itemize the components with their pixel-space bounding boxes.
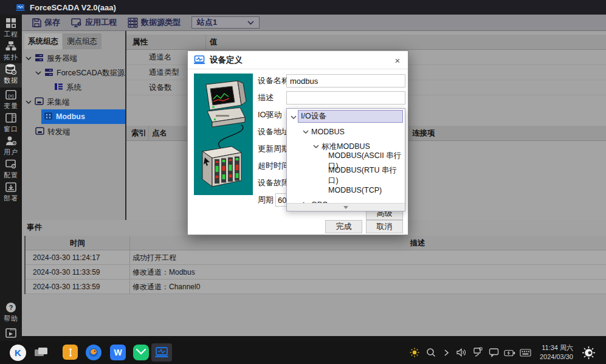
device-name-label: 设备名称 (258, 74, 289, 88)
tree-node-modbus[interactable]: Modbus (41, 109, 125, 124)
app-logo-icon (16, 4, 25, 12)
col-value-header: 值 (210, 37, 218, 47)
expand-icon[interactable] (444, 348, 449, 359)
site-select[interactable]: 站点1 (191, 16, 260, 29)
brightness-icon[interactable] (410, 348, 419, 360)
driver-node-modbus-rtu[interactable]: MODBUS(RTU 串行口) (287, 168, 405, 183)
rail-item-user[interactable]: 用户 (0, 135, 22, 158)
finish-button-label: 完成 (336, 221, 352, 232)
rail-label: 数据 (4, 76, 18, 85)
driver-root-selected[interactable]: I/O设备 (298, 110, 403, 123)
apply-project-button[interactable]: 应用工程 (67, 15, 120, 30)
tree-node-label: 采集端 (47, 97, 70, 108)
tree-node-forwarder[interactable]: 转发端 (35, 125, 71, 139)
toolbar: 保存 应用工程 数据源类型 站点1 (22, 15, 606, 31)
tree-node-system[interactable]: 系统 (54, 80, 81, 95)
server-icon (35, 53, 44, 64)
event-row[interactable]: 2024-03-30 11:33:59 修改通道：Channel0 (26, 280, 606, 294)
site-select-value: 站点1 (197, 17, 217, 28)
driver-node-modbus[interactable]: MODBUS (287, 125, 405, 139)
chevron-down-icon[interactable] (35, 71, 41, 75)
event-time: 2024-03-30 11:24:17 (33, 250, 100, 265)
device-dialog-icon (194, 55, 205, 64)
property-label: 设备数 (149, 83, 172, 93)
tree-node-server-side[interactable]: 服务器端 (26, 51, 77, 66)
rail-item-run[interactable] (0, 327, 22, 342)
chevron-down-icon[interactable] (303, 130, 309, 134)
collector-icon (35, 97, 44, 107)
event-desc: 修改通道：Modbus (133, 265, 195, 280)
event-row[interactable]: 2024-03-30 11:33:59 修改通道：Modbus (26, 265, 606, 280)
rail-item-project[interactable]: 工程 (0, 17, 22, 40)
taskbar-clock[interactable]: 11:34 周六 2024/03/30 (540, 343, 573, 362)
browser-icon[interactable] (86, 345, 102, 360)
device-name-input[interactable] (286, 74, 405, 88)
chevron-down-icon[interactable] (26, 100, 32, 104)
rail-item-deploy[interactable]: 部署 (0, 181, 22, 204)
files-icon[interactable] (34, 346, 49, 361)
window-icon (5, 112, 17, 124)
finish-button[interactable]: 完成 (325, 220, 362, 233)
col-attr-header: 属性 (133, 37, 148, 47)
tree-node-label: ForceSCADA数据源 (57, 68, 125, 78)
mail-icon[interactable] (133, 345, 149, 360)
rail-item-help[interactable]: ? 帮助 (0, 301, 22, 325)
driver-node-modbus-tcp[interactable]: MODBUS(TCP) (287, 183, 405, 197)
col-name-header: 点名 (152, 128, 167, 139)
chevron-down-icon[interactable] (313, 145, 319, 148)
rail-item-topology[interactable]: 拓扑 (0, 40, 22, 63)
column-divider[interactable] (205, 35, 206, 49)
tree-node-label: 转发端 (47, 127, 71, 137)
display-device-icon[interactable] (473, 347, 483, 360)
rail-item-data[interactable]: 数据 (0, 63, 22, 88)
rail-item-window[interactable]: 窗口 (0, 112, 22, 135)
properties-header-row: 属性 值 (126, 35, 606, 50)
driver-node-label: MODBUS (311, 128, 345, 136)
volume-icon[interactable] (456, 348, 467, 360)
events-panel: 事件 时间 描述 2024-03-30 11:24:17 成功打开工程 2024… (22, 220, 606, 336)
battery-icon[interactable] (504, 348, 515, 359)
tree-node-label: 服务器端 (47, 53, 77, 64)
message-icon[interactable] (489, 348, 499, 360)
event-row[interactable]: 2024-03-30 11:24:17 成功打开工程 (26, 250, 606, 265)
theme-toggle-icon[interactable] (582, 346, 596, 362)
rail-item-variable[interactable]: (x) 变量 (0, 89, 22, 112)
search-icon[interactable] (426, 348, 436, 360)
events-table: 时间 描述 2024-03-30 11:24:17 成功打开工程 2024-03… (24, 236, 606, 294)
datasource-type-button[interactable]: 数据源类型 (124, 15, 184, 30)
device-address-label: 设备地址 (258, 125, 289, 139)
keyboard-icon[interactable] (520, 348, 531, 359)
forcescada-taskbar-icon[interactable] (151, 343, 172, 362)
chevron-down-icon[interactable] (26, 57, 32, 60)
datasource-type-label: 数据源类型 (141, 17, 181, 28)
tab-system-config[interactable]: 系统组态 (24, 33, 62, 49)
save-button[interactable]: 保存 (28, 15, 64, 30)
cancel-button[interactable]: 取消 (366, 220, 403, 233)
events-header-row: 时间 描述 (26, 236, 606, 250)
toolbox-icon[interactable] (63, 345, 78, 360)
rail-label: 用户 (4, 148, 18, 157)
dropdown-scroll-down[interactable] (287, 203, 405, 211)
tab-point-config[interactable]: 测点组态 (63, 33, 102, 49)
tab-label: 系统组态 (28, 36, 58, 47)
monitor-gear-icon (71, 18, 83, 28)
column-divider[interactable] (148, 126, 149, 140)
close-icon[interactable]: × (392, 55, 403, 66)
rail-item-config[interactable]: 配置 (0, 158, 22, 181)
property-label: 通道名 (149, 52, 172, 63)
column-divider[interactable] (129, 236, 130, 250)
tree-node-forcescada-datasource[interactable]: ForceSCADA数据源 (35, 66, 125, 80)
wps-icon[interactable]: W (110, 345, 126, 360)
description-input[interactable] (286, 91, 405, 105)
window-titlebar: ForceSCADA V2.0(aaa) (0, 0, 606, 15)
dialog-titlebar: 设备定义 (188, 51, 408, 69)
user-icon (5, 135, 17, 147)
tree-node-collector[interactable]: 采集端 (26, 95, 70, 109)
launcher-icon[interactable]: K (10, 345, 26, 361)
play-window-icon (5, 327, 17, 339)
rail-label: 窗口 (4, 125, 18, 134)
col-desc-header: 描述 (390, 238, 445, 249)
rail-label: 拓扑 (4, 53, 18, 62)
variable-icon: (x) (5, 89, 17, 101)
chevron-down-icon[interactable] (291, 115, 297, 119)
